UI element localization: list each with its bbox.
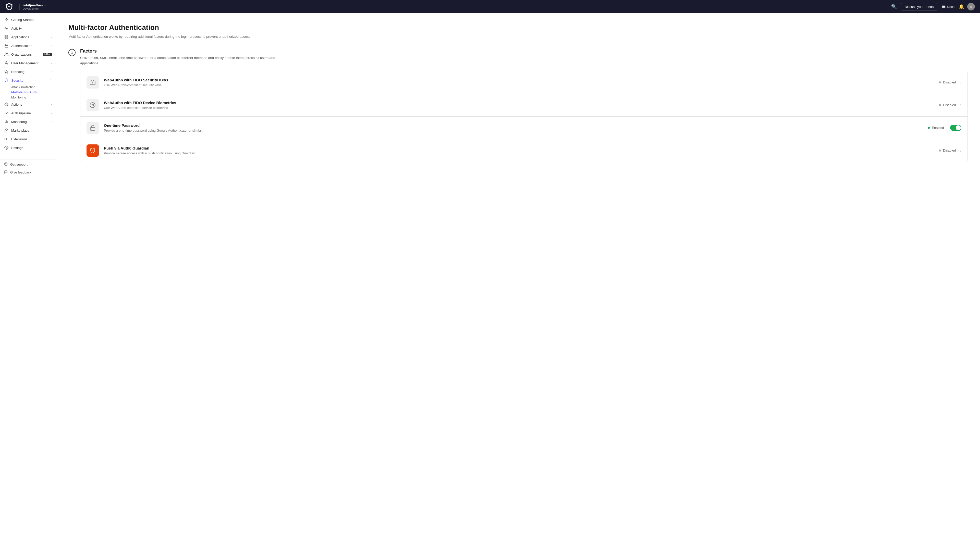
sidebar-item-actions[interactable]: Actions › [0, 100, 56, 109]
factor-status-webauthn-fido-keys: Disabled [939, 80, 956, 84]
settings-icon [4, 145, 9, 150]
factor-info-webauthn-fido-biometrics: WebAuthn with FIDO Device Biometrics Use… [104, 100, 939, 110]
security-caret-icon: ˅ [50, 79, 52, 82]
status-label-one-time-password: Enabled [932, 126, 944, 130]
svg-rect-5 [5, 45, 8, 47]
organizations-icon [4, 52, 9, 57]
sidebar-label-auth-pipeline: Auth Pipeline [11, 111, 51, 115]
factor-arrow-webauthn-fido-biometrics: › [960, 103, 961, 107]
factor-status-webauthn-fido-biometrics: Disabled [939, 103, 956, 107]
search-icon[interactable]: 🔍 [891, 4, 897, 10]
docs-book-icon: 📖 [942, 5, 945, 9]
app-logo[interactable] [5, 3, 13, 11]
user-management-icon [4, 61, 9, 65]
svg-marker-0 [5, 18, 8, 21]
svg-point-6 [5, 53, 6, 54]
branding-caret-icon: › [51, 70, 52, 73]
sidebar-item-monitoring[interactable]: Monitoring › [0, 118, 56, 126]
factor-card-push-guardian[interactable]: Push via Auth0 Guardian Provide secure a… [80, 139, 967, 162]
section-info: Factors Utilize push, SMS, email, one-ti… [80, 48, 279, 66]
factor-info-webauthn-fido-keys: WebAuthn with FIDO Security Keys Use Web… [104, 78, 939, 87]
status-dot-one-time-password [928, 127, 930, 129]
sidebar-label-organizations: Organizations [11, 52, 41, 56]
authentication-caret-icon: › [51, 44, 52, 47]
bolt-icon [4, 17, 9, 22]
sidebar-label-applications: Applications [11, 35, 51, 39]
page-title: Multi-factor Authentication [68, 24, 968, 32]
factor-icon-push-guardian [86, 145, 99, 157]
give-feedback-label: Give feedback [10, 170, 32, 174]
sidebar-label-branding: Branding [11, 70, 51, 74]
one-time-password-toggle[interactable] [950, 125, 961, 131]
section-header: 1 Factors Utilize push, SMS, email, one-… [68, 48, 968, 66]
factor-info-one-time-password: One-time Password Provide a one-time pas… [104, 123, 928, 132]
get-support-link[interactable]: Get support [0, 161, 56, 168]
sidebar-item-branding[interactable]: Branding › [0, 67, 56, 76]
status-dot-webauthn-fido-keys [939, 81, 941, 83]
page-description: Multi-factor Authentication works by req… [68, 34, 968, 39]
factor-arrow-webauthn-fido-keys: › [960, 80, 961, 85]
tenant-selector[interactable]: rohitjmathew ▾ Development [23, 3, 46, 10]
applications-caret-icon: › [51, 35, 52, 38]
sidebar-item-auth-pipeline[interactable]: Auth Pipeline › [0, 109, 56, 118]
section-title: Factors [80, 48, 279, 54]
svg-rect-2 [6, 35, 8, 37]
branding-icon [4, 69, 9, 74]
status-dot-push-guardian [939, 149, 941, 151]
sidebar-item-authentication[interactable]: Authentication › [0, 41, 56, 50]
factor-name-one-time-password: One-time Password [104, 123, 928, 127]
sidebar-item-organizations[interactable]: Organizations NEW [0, 50, 56, 59]
actions-icon [4, 102, 9, 106]
extensions-icon [4, 137, 9, 141]
factor-desc-one-time-password: Provide a one-time password using Google… [104, 129, 928, 132]
factor-info-push-guardian: Push via Auth0 Guardian Provide secure a… [104, 146, 939, 155]
toggle-knob [956, 125, 961, 130]
sidebar-item-security[interactable]: Security ˅ [0, 76, 56, 85]
svg-rect-18 [90, 127, 95, 130]
status-label-push-guardian: Disabled [943, 148, 956, 152]
svg-point-7 [6, 62, 7, 63]
factor-card-webauthn-fido-biometrics[interactable]: WebAuthn with FIDO Device Biometrics Use… [80, 94, 967, 117]
sidebar-sub-multi-factor-auth[interactable]: Multi-factor Auth [0, 90, 56, 95]
sidebar-item-marketplace[interactable]: Marketplace [0, 126, 56, 135]
status-label-webauthn-fido-keys: Disabled [943, 80, 956, 84]
header-divider [19, 3, 20, 10]
factor-icon-one-time-password [86, 122, 99, 134]
sidebar-label-actions: Actions [11, 103, 51, 106]
security-icon [4, 78, 9, 83]
give-feedback-link[interactable]: Give feedback [0, 168, 56, 176]
sidebar-sub-attack-protection[interactable]: Attack Protection [0, 85, 56, 90]
sidebar-label-security: Security [11, 79, 50, 83]
factor-icon-webauthn-fido-keys [86, 76, 99, 89]
factor-arrow-push-guardian: › [960, 148, 961, 153]
sidebar-item-activity[interactable]: Activity [0, 24, 56, 33]
user-management-caret-icon: › [51, 62, 52, 65]
factor-card-webauthn-fido-keys[interactable]: WebAuthn with FIDO Security Keys Use Web… [80, 71, 967, 94]
svg-point-8 [6, 104, 7, 105]
docs-link[interactable]: 📖 Docs [942, 5, 955, 9]
sidebar-item-getting-started[interactable]: Getting Started [0, 15, 56, 24]
sidebar-sub-monitoring[interactable]: Monitoring [0, 95, 56, 100]
feedback-icon [4, 170, 8, 175]
sidebar-label-activity: Activity [11, 27, 52, 30]
sidebar-item-user-management[interactable]: User Management › [0, 59, 56, 67]
avatar[interactable]: R [967, 3, 975, 11]
svg-rect-4 [6, 37, 8, 38]
sidebar-item-applications[interactable]: Applications › [0, 33, 56, 41]
sidebar: Getting Started Activity Applications › … [0, 13, 56, 534]
sidebar-item-settings[interactable]: Settings [0, 143, 56, 152]
factor-status-push-guardian: Disabled [939, 148, 956, 152]
sidebar-item-extensions[interactable]: Extensions [0, 135, 56, 143]
discuss-needs-button[interactable]: Discuss your needs [901, 3, 937, 11]
main-content: Multi-factor Authentication Multi-factor… [56, 13, 980, 534]
sidebar-label-marketplace: Marketplace [11, 129, 52, 132]
section-description: Utilize push, SMS, email, one-time passw… [80, 56, 279, 66]
get-support-label: Get support [10, 162, 27, 166]
factor-name-webauthn-fido-biometrics: WebAuthn with FIDO Device Biometrics [104, 100, 939, 105]
sidebar-label-extensions: Extensions [11, 137, 52, 141]
svg-rect-3 [5, 37, 6, 38]
notifications-icon[interactable]: 🔔 [959, 4, 964, 10]
factor-card-one-time-password[interactable]: One-time Password Provide a one-time pas… [80, 117, 967, 139]
sidebar-label-getting-started: Getting Started [11, 18, 52, 22]
sidebar-label-monitoring: Monitoring [11, 120, 51, 124]
